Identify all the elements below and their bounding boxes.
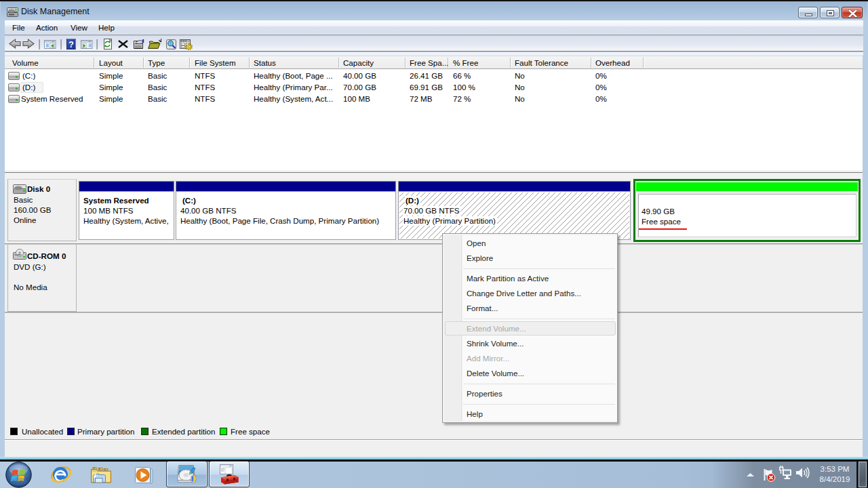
svg-text:?: ? [68,39,74,49]
